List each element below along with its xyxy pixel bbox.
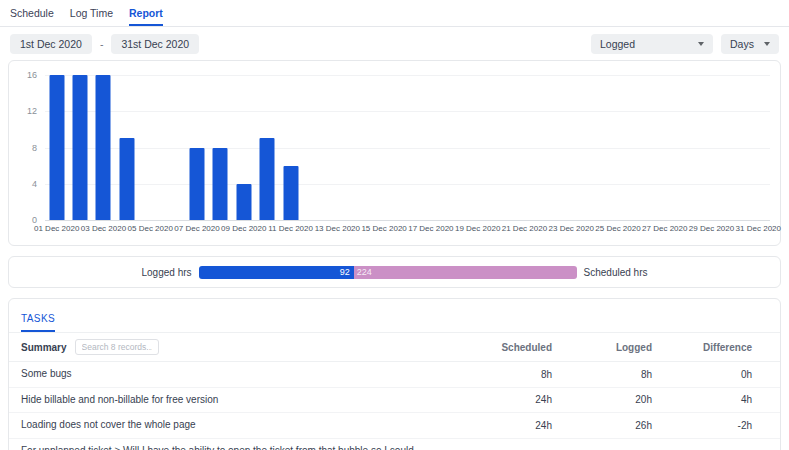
tasks-table-header: Summary Scheduled Logged Difference xyxy=(9,333,780,362)
date-from-button[interactable]: 1st Dec 2020 xyxy=(10,34,92,54)
task-scheduled: 24h xyxy=(452,420,552,431)
x-tick-label: 21 Dec 2020 xyxy=(502,224,547,233)
interval-select-value: Days xyxy=(730,38,754,50)
table-row[interactable]: Loading does not cover the whole page24h… xyxy=(9,413,780,439)
hours-summary-panel: Logged hrs 92 224 Scheduled hrs xyxy=(8,256,781,288)
scheduled-column-header: Scheduled xyxy=(452,342,552,353)
tab-report[interactable]: Report xyxy=(129,0,163,26)
x-tick-label: 07 Dec 2020 xyxy=(174,224,219,233)
x-tick-label: 09 Dec 2020 xyxy=(221,224,266,233)
tab-schedule[interactable]: Schedule xyxy=(10,0,54,26)
chart-bar[interactable] xyxy=(283,166,298,220)
x-tick-label: 17 Dec 2020 xyxy=(408,224,453,233)
task-scheduled: 24h xyxy=(452,394,552,405)
scheduled-hrs-label: Scheduled hrs xyxy=(584,267,648,278)
interval-select[interactable]: Days xyxy=(721,34,779,54)
x-tick-label: 29 Dec 2020 xyxy=(689,224,734,233)
y-tick-label: 12 xyxy=(27,106,37,116)
chart-bar[interactable] xyxy=(119,138,134,220)
task-summary: For unplanned ticket > Will I have the a… xyxy=(21,444,452,450)
logged-hours-bar-chart: 0481216 01 Dec 202003 Dec 202005 Dec 202… xyxy=(8,60,781,246)
chart-bar[interactable] xyxy=(260,138,275,220)
x-tick-label: 15 Dec 2020 xyxy=(361,224,406,233)
chevron-down-icon xyxy=(764,42,770,46)
x-tick-label: 01 Dec 2020 xyxy=(34,224,79,233)
task-logged: 8h xyxy=(552,369,652,380)
metric-select[interactable]: Logged xyxy=(591,34,713,54)
chevron-down-icon xyxy=(698,42,704,46)
y-tick-label: 8 xyxy=(32,143,37,153)
task-difference: -2h xyxy=(652,420,752,431)
x-tick-label: 19 Dec 2020 xyxy=(455,224,500,233)
chart-bar[interactable] xyxy=(73,75,88,220)
x-tick-label: 03 Dec 2020 xyxy=(81,224,126,233)
x-tick-label: 27 Dec 2020 xyxy=(642,224,687,233)
controls-bar: 1st Dec 2020 - 31st Dec 2020 Logged Days xyxy=(0,27,789,60)
logged-hrs-label: Logged hrs xyxy=(142,267,192,278)
chart-bar[interactable] xyxy=(213,148,228,221)
task-summary: Hide billable and non-billable for free … xyxy=(21,393,452,408)
task-logged: 20h xyxy=(552,394,652,405)
tasks-table-body: Some bugs8h8h0hHide billable and non-bil… xyxy=(9,362,780,450)
tasks-panel: TASKS Summary Scheduled Logged Differenc… xyxy=(8,298,781,450)
x-tick-label: 25 Dec 2020 xyxy=(595,224,640,233)
tasks-tab[interactable]: TASKS xyxy=(21,313,55,332)
date-range-separator: - xyxy=(100,38,104,50)
chart-bar[interactable] xyxy=(236,184,251,220)
chart-bar[interactable] xyxy=(49,75,64,220)
logged-segment: 92 xyxy=(199,266,354,279)
task-summary: Loading does not cover the whole page xyxy=(21,418,452,433)
scheduled-segment: 224 xyxy=(354,266,577,279)
chart-bar[interactable] xyxy=(96,75,111,220)
tasks-tab-row: TASKS xyxy=(9,308,780,333)
hours-progress-bar: 92 224 xyxy=(199,266,577,279)
gridline xyxy=(45,184,770,185)
table-row[interactable]: Hide billable and non-billable for free … xyxy=(9,388,780,414)
x-tick-label: 11 Dec 2020 xyxy=(268,224,313,233)
gridline xyxy=(45,75,770,76)
y-tick-label: 4 xyxy=(32,179,37,189)
chart-y-axis: 0481216 xyxy=(19,75,39,220)
table-row[interactable]: Some bugs8h8h0h xyxy=(9,362,780,388)
y-tick-label: 16 xyxy=(27,70,37,80)
logged-column-header: Logged xyxy=(552,342,652,353)
summary-column-header: Summary xyxy=(21,342,67,353)
x-tick-label: 31 Dec 2020 xyxy=(736,224,781,233)
task-scheduled: 8h xyxy=(452,369,552,380)
chart-x-axis: 01 Dec 202003 Dec 202005 Dec 202007 Dec … xyxy=(45,224,770,237)
date-to-button[interactable]: 31st Dec 2020 xyxy=(111,34,199,54)
difference-column-header: Difference xyxy=(652,342,752,353)
gridline xyxy=(45,220,770,221)
gridline xyxy=(45,148,770,149)
table-row[interactable]: For unplanned ticket > Will I have the a… xyxy=(9,439,780,450)
scheduled-value: 224 xyxy=(357,267,372,277)
chart-bar[interactable] xyxy=(190,148,205,221)
search-input[interactable] xyxy=(75,339,159,355)
x-tick-label: 05 Dec 2020 xyxy=(128,224,173,233)
tab-log-time[interactable]: Log Time xyxy=(70,0,113,26)
metric-select-value: Logged xyxy=(600,38,635,50)
task-summary: Some bugs xyxy=(21,367,452,382)
task-difference: 0h xyxy=(652,369,752,380)
x-tick-label: 23 Dec 2020 xyxy=(549,224,594,233)
gridline xyxy=(45,111,770,112)
x-tick-label: 13 Dec 2020 xyxy=(315,224,360,233)
task-logged: 26h xyxy=(552,420,652,431)
task-difference: 4h xyxy=(652,394,752,405)
top-nav: Schedule Log Time Report xyxy=(0,0,789,27)
chart-plot-area xyxy=(45,75,770,220)
logged-value: 92 xyxy=(340,267,350,277)
